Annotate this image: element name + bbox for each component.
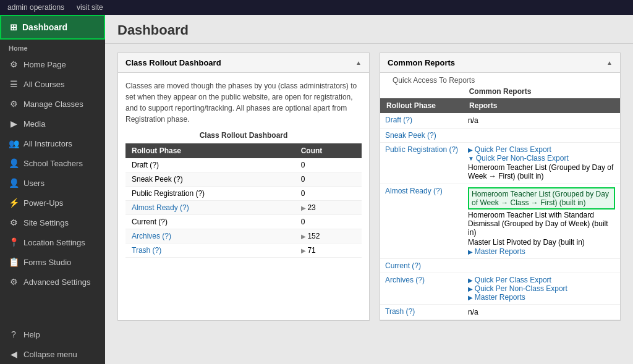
report-arrow-link[interactable]: ▶ Quick Per Class Export: [468, 145, 551, 154]
sidebar-item-help[interactable]: ? Help: [0, 324, 105, 344]
sidebar-item-location-settings[interactable]: 📍 Location Settings: [0, 232, 105, 252]
reports-phase-label: Trash (?): [380, 305, 463, 320]
reports-cell: Homeroom Teacher List (Grouped by Day of…: [463, 184, 620, 259]
rollout-panel-header: Class Rollout Dashboard ▲: [118, 53, 369, 73]
report-text: [468, 131, 615, 132]
rollout-phase-link[interactable]: Trash (?): [132, 246, 161, 255]
sidebar-label-manage-classes: Manage Classes: [23, 99, 83, 109]
sidebar-item-all-instructors[interactable]: 👥 All Instructors: [0, 133, 105, 153]
report-text: Homeroom Teacher List (Grouped by Day of…: [468, 163, 615, 181]
sidebar-label-media: Media: [23, 119, 45, 129]
sidebar-item-users[interactable]: 👤 Users: [0, 173, 105, 193]
location-icon: 📍: [9, 237, 19, 247]
reports-table-row: Draft (?)n/a: [380, 113, 620, 129]
rollout-phase-label: Sneak Peek (?): [125, 172, 295, 187]
reports-phase-label: Sneak Peek (?): [380, 129, 463, 143]
visit-site-link[interactable]: visit site: [77, 3, 103, 12]
forms-icon: 📋: [9, 257, 19, 267]
report-arrow-item: ▶ Quick Per Non-Class Export: [468, 284, 615, 293]
report-arrow-item: ▶ Quick Per Class Export: [468, 145, 615, 154]
sidebar-label-location-settings: Location Settings: [23, 238, 85, 247]
reports-phase-link[interactable]: Public Registration (?): [385, 145, 458, 154]
sidebar-dashboard-item[interactable]: ⊞ Dashboard: [0, 15, 105, 40]
report-arrow-item: ▶ Quick Per Class Export: [468, 276, 615, 284]
reports-phase-link[interactable]: Current (?): [385, 261, 421, 270]
instructors-icon: 👥: [9, 138, 19, 148]
reports-table-row: Current (?): [380, 259, 620, 273]
rollout-table-row: Current (?)0: [125, 215, 362, 229]
sidebar-item-advanced-settings[interactable]: ⚙ Advanced Settings: [0, 272, 105, 292]
rollout-table-row: Sneak Peek (?)0: [125, 172, 362, 187]
reports-table-row: Public Registration (?)▶ Quick Per Class…: [380, 143, 620, 184]
rollout-count-cell: ▶ 23: [295, 201, 362, 215]
admin-operations-link[interactable]: admin operations: [7, 3, 64, 12]
reports-cell: n/a: [463, 305, 620, 320]
sidebar-label-site-settings: Site Settings: [23, 218, 69, 227]
media-icon: ▶: [9, 119, 19, 129]
reports-table-subtitle: Common Reports: [380, 86, 620, 98]
sidebar-item-manage-classes[interactable]: ⚙ Manage Classes: [0, 94, 105, 114]
sidebar-item-forms-studio[interactable]: 📋 Forms Studio: [0, 252, 105, 272]
rollout-phase-label: Current (?): [125, 215, 295, 229]
report-text: [468, 261, 615, 263]
main-content: Dashboard Class Rollout Dashboard ▲ Clas…: [105, 15, 633, 364]
rollout-col-phase: Rollout Phase: [125, 143, 295, 158]
sidebar: ⊞ Dashboard Home ⚙ Home Page ☰ All Cours…: [0, 15, 105, 364]
collapse-icon: ◀: [9, 349, 19, 359]
report-arrow-link[interactable]: ▶ Master Reports: [468, 293, 525, 302]
rollout-table-row: Almost Ready (?)▶ 23: [125, 201, 362, 215]
rollout-collapse-icon[interactable]: ▲: [355, 59, 362, 66]
power-ups-icon: ⚡: [9, 198, 19, 208]
reports-phase-link[interactable]: Almost Ready (?): [385, 187, 443, 195]
rollout-count-cell: 0: [295, 158, 362, 172]
reports-cell: n/a: [463, 113, 620, 129]
rollout-phase-link[interactable]: Almost Ready (?): [132, 203, 189, 212]
sidebar-label-forms-studio: Forms Studio: [23, 258, 71, 267]
sidebar-item-home-page[interactable]: ⚙ Home Page: [0, 54, 105, 74]
rollout-header-title: Class Rollout Dashboard: [125, 58, 221, 67]
sidebar-label-help: Help: [23, 330, 40, 339]
sidebar-section-home: Home: [0, 40, 105, 54]
report-arrow-item: ▶ Master Reports: [468, 247, 615, 256]
rollout-subtitle: Class Rollout Dashboard: [125, 131, 362, 140]
rollout-col-count: Count: [295, 143, 362, 158]
sidebar-item-media[interactable]: ▶ Media: [0, 114, 105, 133]
sidebar-label-advanced-settings: Advanced Settings: [23, 277, 90, 287]
reports-col-phase: Rollout Phase: [380, 98, 463, 113]
rollout-phase-link[interactable]: Archives (?): [132, 232, 171, 240]
report-text: Master List Pivoted by Day (built in): [468, 237, 615, 247]
rollout-dashboard-panel: Class Rollout Dashboard ▲ Classes are mo…: [117, 53, 370, 321]
report-arrow-link[interactable]: ▶ Master Reports: [468, 247, 525, 256]
common-reports-panel: Common Reports ▲ Quick Access To Reports…: [380, 53, 621, 321]
sidebar-item-site-settings[interactable]: ⚙ Site Settings: [0, 213, 105, 232]
users-icon: 👤: [9, 178, 19, 188]
rollout-count-cell: 0: [295, 187, 362, 201]
report-arrow-link[interactable]: ▼ Quick Per Non-Class Export: [468, 154, 569, 163]
reports-header-title: Common Reports: [388, 58, 455, 67]
report-arrow-link[interactable]: ▶ Quick Per Class Export: [468, 276, 551, 284]
sidebar-item-all-courses[interactable]: ☰ All Courses: [0, 74, 105, 94]
report-text: n/a: [468, 116, 615, 125]
reports-subtitle: Quick Access To Reports: [386, 72, 481, 87]
reports-cell: ▶ Quick Per Class Export▶ Quick Per Non-…: [463, 273, 620, 305]
sidebar-label-home-page: Home Page: [23, 60, 66, 69]
rollout-count-cell: 0: [295, 172, 362, 187]
reports-phase-link[interactable]: Archives (?): [385, 276, 425, 284]
reports-cell: [463, 259, 620, 273]
page-title: Dashboard: [105, 15, 633, 44]
report-arrow-link[interactable]: ▶ Quick Per Non-Class Export: [468, 284, 567, 293]
home-icon: ⚙: [9, 59, 19, 69]
reports-phase-label: Draft (?): [380, 113, 463, 129]
sidebar-item-collapse-menu[interactable]: ◀ Collapse menu: [0, 344, 105, 364]
report-arrow-item: ▶ Master Reports: [468, 293, 615, 302]
rollout-count-cell: ▶ 152: [295, 229, 362, 243]
report-text: n/a: [468, 307, 615, 317]
sidebar-item-school-teachers[interactable]: 👤 School Teachers: [0, 153, 105, 173]
rollout-table-row: Trash (?)▶ 71: [125, 243, 362, 258]
rollout-phase-label: Draft (?): [125, 158, 295, 172]
report-highlight-link[interactable]: Homeroom Teacher List (Grouped by Day of…: [472, 190, 609, 207]
reports-col-reports: Reports: [463, 98, 620, 113]
sidebar-item-power-ups[interactable]: ⚡ Power-Ups: [0, 193, 105, 213]
rollout-phase-label: Public Registration (?): [125, 187, 295, 201]
reports-collapse-icon[interactable]: ▲: [606, 59, 613, 66]
